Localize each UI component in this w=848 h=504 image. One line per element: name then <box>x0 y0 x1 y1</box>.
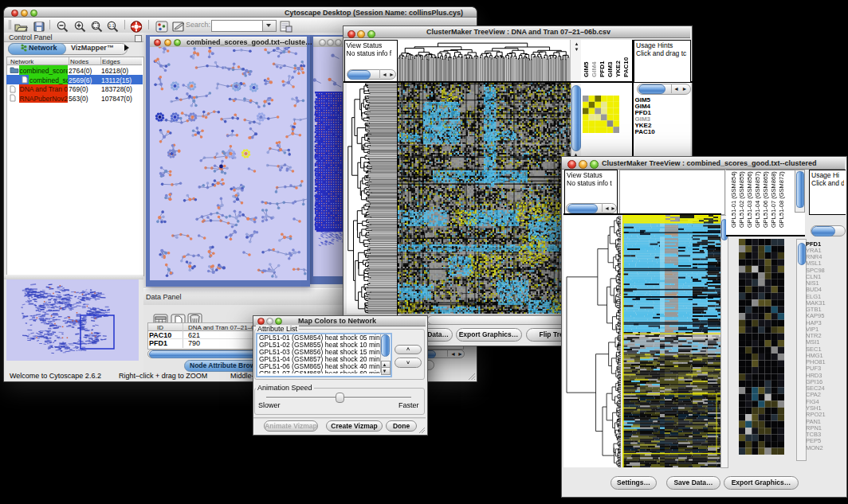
svg-text:1:1: 1:1 <box>109 23 115 28</box>
